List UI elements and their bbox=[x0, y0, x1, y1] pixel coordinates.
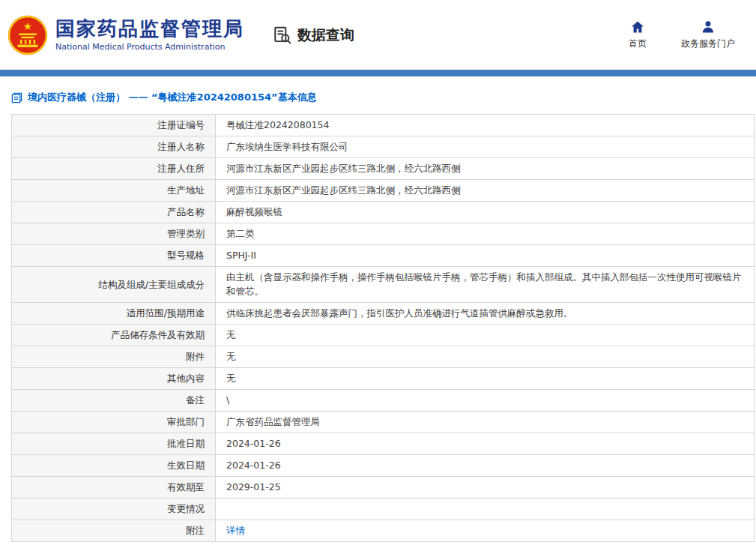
row-value: 麻醉视频喉镜 bbox=[216, 202, 755, 223]
table-row: 生产地址河源市江东新区产业园起步区纬三路北侧，经六北路西侧 bbox=[12, 180, 755, 202]
site-logo[interactable]: ★ 国家药品监督管理局 National Medical Products Ad… bbox=[7, 15, 244, 55]
row-value: 第二类 bbox=[216, 223, 755, 245]
data-query-icon bbox=[273, 25, 292, 45]
table-row: 注册人名称广东埃纳生医学科技有限公司 bbox=[12, 136, 755, 158]
breadcrumb: 境内医疗器械（注册） —— “粤械注准20242080154”基本信息 bbox=[11, 91, 756, 104]
row-label: 注册证编号 bbox=[12, 115, 216, 136]
data-query-nav[interactable]: 数据查询 bbox=[273, 25, 354, 45]
org-name-cn: 国家药品监督管理局 bbox=[55, 18, 244, 40]
row-label: 有效期至 bbox=[12, 476, 216, 498]
table-row: 型号规格SPHJ-II bbox=[12, 245, 755, 267]
row-label: 管理类别 bbox=[12, 223, 216, 245]
breadcrumb-text: 境内医疗器械（注册） —— “粤械注准20242080154”基本信息 bbox=[28, 91, 317, 104]
row-value: SPHJ-II bbox=[216, 245, 755, 267]
nav-portal-label: 政务服务门户 bbox=[681, 37, 735, 50]
svg-text:★: ★ bbox=[23, 20, 33, 32]
table-row: 产品名称麻醉视频喉镜 bbox=[12, 202, 755, 223]
table-row: 结构及组成/主要组成成分由主机（含显示器和操作手柄，操作手柄包括喉镜片手柄，管芯… bbox=[12, 267, 755, 303]
detail-link[interactable]: 详情 bbox=[226, 525, 245, 536]
row-value: 无 bbox=[216, 367, 755, 389]
org-titles: 国家药品监督管理局 National Medical Products Admi… bbox=[55, 18, 244, 52]
home-icon bbox=[630, 19, 645, 34]
table-row: 附件无 bbox=[12, 346, 755, 367]
row-value: 无 bbox=[216, 346, 755, 367]
row-label: 审批部门 bbox=[12, 411, 216, 433]
row-value: 2029-01-25 bbox=[216, 476, 755, 498]
table-row: 注册证编号粤械注准20242080154 bbox=[12, 115, 755, 136]
row-label: 变更情况 bbox=[12, 498, 216, 520]
table-row: 产品储存条件及有效期无 bbox=[12, 324, 755, 346]
row-label: 生产地址 bbox=[12, 180, 216, 202]
row-label: 适用范围/预期用途 bbox=[12, 302, 216, 324]
row-value bbox=[216, 498, 755, 520]
header-nav: 首页 政务服务门户 bbox=[629, 19, 735, 50]
row-value: 河源市江东新区产业园起步区纬三路北侧，经六北路西侧 bbox=[216, 158, 755, 180]
nav-home-label: 首页 bbox=[629, 37, 647, 50]
row-value: 无 bbox=[216, 324, 755, 346]
nav-home[interactable]: 首页 bbox=[629, 19, 647, 50]
table-row: 适用范围/预期用途供临床挑起患者会厌部暴露声门，指引医护人员准确进行气道插管供麻… bbox=[12, 302, 755, 324]
nav-portal[interactable]: 政务服务门户 bbox=[681, 19, 735, 50]
row-label: 产品储存条件及有效期 bbox=[12, 324, 216, 346]
row-label: 注册人名称 bbox=[12, 136, 216, 158]
row-label: 附注 bbox=[12, 520, 216, 541]
row-value: 供临床挑起患者会厌部暴露声门，指引医护人员准确进行气道插管供麻醉或急救用。 bbox=[216, 302, 755, 324]
table-row: 其他内容无 bbox=[12, 367, 755, 389]
table-row: 审批部门广东省药品监督管理局 bbox=[12, 411, 755, 433]
table-row: 变更情况 bbox=[12, 498, 755, 520]
site-header: ★ 国家药品监督管理局 National Medical Products Ad… bbox=[0, 0, 756, 70]
row-value: 河源市江东新区产业园起步区纬三路北侧，经六北路西侧 bbox=[216, 180, 755, 202]
row-value: 2024-01-26 bbox=[216, 454, 755, 476]
row-label: 附件 bbox=[12, 346, 216, 367]
row-value: \ bbox=[216, 389, 755, 411]
table-row: 附注详情 bbox=[12, 520, 755, 541]
row-value: 由主机（含显示器和操作手柄，操作手柄包括喉镜片手柄，管芯手柄）和插入部组成。其中… bbox=[216, 267, 755, 303]
row-value: 广东埃纳生医学科技有限公司 bbox=[216, 136, 755, 158]
row-label: 结构及组成/主要组成成分 bbox=[12, 267, 216, 303]
row-label: 批准日期 bbox=[12, 433, 216, 454]
data-query-label: 数据查询 bbox=[297, 25, 354, 45]
row-label: 产品名称 bbox=[12, 202, 216, 223]
info-table-body: 注册证编号粤械注准20242080154注册人名称广东埃纳生医学科技有限公司注册… bbox=[12, 115, 755, 542]
registration-info-table: 注册证编号粤械注准20242080154注册人名称广东埃纳生医学科技有限公司注册… bbox=[11, 114, 755, 542]
document-icon bbox=[11, 92, 22, 103]
table-row: 有效期至2029-01-25 bbox=[12, 476, 755, 498]
user-icon bbox=[701, 19, 716, 34]
table-row: 管理类别第二类 bbox=[12, 223, 755, 245]
row-label: 注册人住所 bbox=[12, 158, 216, 180]
table-row: 批准日期2024-01-26 bbox=[12, 433, 755, 454]
national-emblem-icon: ★ bbox=[7, 15, 48, 55]
row-label: 其他内容 bbox=[12, 367, 216, 389]
table-row: 注册人住所河源市江东新区产业园起步区纬三路北侧，经六北路西侧 bbox=[12, 158, 755, 180]
table-row: 备注\ bbox=[12, 389, 755, 411]
row-label: 备注 bbox=[12, 389, 216, 411]
row-value: 广东省药品监督管理局 bbox=[216, 411, 755, 433]
row-value: 粤械注准20242080154 bbox=[216, 115, 755, 136]
row-value: 2024-01-26 bbox=[216, 433, 755, 454]
row-label: 型号规格 bbox=[12, 245, 216, 267]
row-label: 生效日期 bbox=[12, 454, 216, 476]
org-name-en: National Medical Products Administration bbox=[55, 42, 244, 52]
blue-divider-bar bbox=[0, 70, 756, 76]
table-row: 生效日期2024-01-26 bbox=[12, 454, 755, 476]
row-value[interactable]: 详情 bbox=[216, 520, 755, 541]
